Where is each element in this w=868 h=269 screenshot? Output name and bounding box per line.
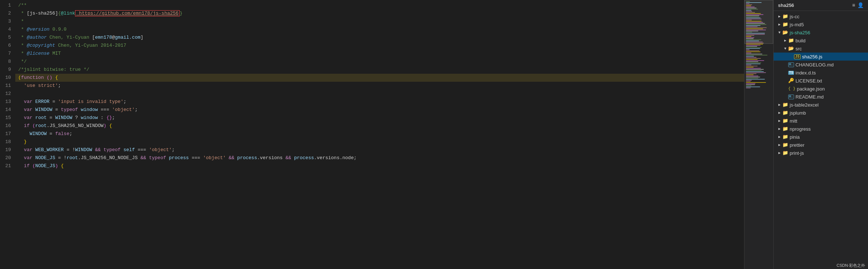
code-token: Chen, Yi-Cyuan 2014-2017 (55, 43, 126, 48)
minimap-line (746, 60, 764, 61)
tree-item-js-md5[interactable]: ▶📁js-md5 (774, 20, 868, 28)
code-line[interactable]: var NODE_JS = !root.JS_SHA256_NO_NODE_JS… (15, 154, 744, 162)
code-token: window (81, 107, 98, 112)
minimap-line (746, 82, 766, 83)
code-token: 'object' (149, 147, 172, 153)
tree-item-CHANGELOG.md[interactable]: M↓CHANGELOG.md (774, 61, 868, 69)
minimap-line (746, 37, 754, 38)
tree-item-js-sha256[interactable]: ▼📂js-sha256 (774, 28, 868, 36)
code-token (234, 155, 237, 161)
code-line[interactable]: WINDOW = false; (15, 130, 744, 138)
tree-item-nprogress[interactable]: ▶📁nprogress (774, 125, 868, 133)
code-token: var (24, 107, 32, 112)
tree-item-sha256.js[interactable]: JSsha256.js (774, 53, 868, 61)
code-token: 'use strict' (24, 83, 58, 88)
code-line[interactable]: /*jslint bitwise: true */ (15, 66, 744, 74)
tree-item-pinia[interactable]: ▶📁pinia (774, 133, 868, 141)
code-line[interactable]: */ (15, 58, 744, 66)
line-number: 20 (3, 154, 11, 162)
code-token: = ! (55, 155, 66, 161)
tree-item-js-table2excel[interactable]: ▶📁js-table2excel (774, 101, 868, 109)
code-token: @version (27, 27, 49, 32)
minimap-line (746, 44, 763, 45)
line-number: 6 (3, 42, 11, 50)
minimap-line (746, 39, 761, 40)
code-token: .versions (257, 155, 285, 161)
account-icon[interactable]: 👤 (857, 2, 864, 8)
code-token (18, 147, 24, 153)
minimap-line (746, 46, 757, 47)
code-line[interactable]: 'use strict'; (15, 82, 744, 90)
minimap-line (746, 87, 760, 87)
tree-item-mitt[interactable]: ▶📁mitt (774, 117, 868, 125)
code-token (44, 75, 47, 80)
code-line[interactable]: var WINDOW = typeof window === 'object'; (15, 106, 744, 114)
code-token (18, 155, 24, 161)
minimap-line (746, 3, 750, 4)
code-line[interactable]: var WEB_WORKER = !WINDOW && typeof self … (15, 146, 744, 154)
tree-item-package.json[interactable]: { }package.json (774, 85, 868, 93)
code-line[interactable]: /** (15, 1, 744, 9)
code-line[interactable] (15, 90, 744, 98)
code-token: : (98, 115, 106, 120)
minimap-line (746, 78, 758, 78)
menu-icon[interactable]: ≡ (852, 3, 855, 8)
minimap-line (746, 26, 758, 27)
code-token (32, 155, 35, 161)
code-line[interactable]: if (NODE_JS) { (15, 162, 744, 170)
minimap-line (746, 76, 758, 76)
tree-arrow: ▶ (777, 14, 782, 19)
minimap-line (746, 74, 754, 75)
minimap-line (746, 66, 758, 66)
minimap-line (746, 81, 751, 82)
tree-item-src[interactable]: ▼📂src (774, 45, 868, 53)
code-token: /** (18, 3, 27, 8)
code-line[interactable]: * @copyright Chen, Yi-Cyuan 2014-2017 (15, 42, 744, 50)
code-container: 123456789101112131415161718192021 /** * … (0, 0, 744, 269)
minimap-line (746, 28, 763, 29)
tree-label-src: src (795, 46, 802, 51)
code-token: @author (27, 35, 47, 40)
tree-item-build[interactable]: ▶📁build (774, 36, 868, 45)
code-line[interactable]: var ERROR = 'input is invalid type'; (15, 98, 744, 106)
code-line[interactable]: (function () { (15, 74, 744, 82)
code-line[interactable]: var root = WINDOW ? window : {}; (15, 114, 744, 122)
minimap-line (746, 14, 763, 15)
tree-item-jsplumb[interactable]: ▶📁jsplumb (774, 109, 868, 117)
code-token: ( (32, 163, 35, 169)
minimap-line (746, 13, 761, 14)
code-line[interactable]: if (root.JS_SHA256_NO_WINDOW) { (15, 122, 744, 130)
tree-item-README.md[interactable]: M↓README.md (774, 93, 868, 101)
sidebar-actions: ≡ 👤 (852, 2, 864, 8)
code-line[interactable]: * @version 0.9.0 (15, 26, 744, 34)
code-token: 0.9.0 (50, 27, 67, 32)
minimap[interactable] (744, 0, 773, 269)
tree-arrow: ▶ (777, 22, 782, 27)
tree-label-LICENSE.txt: LICENSE.txt (795, 78, 822, 84)
code-token (18, 99, 24, 104)
tree-item-print-js[interactable]: ▶📁print-js (774, 149, 868, 157)
line-numbers: 123456789101112131415161718192021 (0, 0, 15, 269)
code-line[interactable]: * [js-sha256]{@link https://github.com/e… (15, 9, 744, 18)
code-line[interactable]: * @author Chen, Yi-Cyuan [emn178@gmail.c… (15, 34, 744, 42)
code-token: typeof (61, 107, 78, 112)
code-token: process (237, 155, 257, 161)
minimap-line (746, 35, 754, 36)
code-token: * (18, 19, 24, 24)
tree-item-index.d.ts[interactable]: TSindex.d.ts (774, 69, 868, 77)
code-token (30, 163, 32, 169)
code-line[interactable]: * @license MIT (15, 50, 744, 58)
tree-item-LICENSE.txt[interactable]: 🔑LICENSE.txt (774, 77, 868, 85)
code-line[interactable]: * (15, 18, 744, 26)
tree-item-prettier[interactable]: ▶📁prettier (774, 141, 868, 149)
tree-item-js-cc[interactable]: ▶📁js-cc (774, 12, 868, 20)
code-token: [ (92, 35, 95, 40)
tree-file-icon-js-table2excel: 📁 (782, 102, 788, 108)
code-line[interactable]: } (15, 138, 744, 146)
minimap-line (746, 20, 752, 20)
minimap-line (746, 30, 766, 30)
code-content[interactable]: /** * [js-sha256]{@link https://github.c… (15, 0, 744, 269)
file-tree[interactable]: ▶📁js-cc▶📁js-md5▼📂js-sha256▶📁build▼📂srcJS… (774, 11, 868, 269)
tree-file-icon-prettier: 📁 (782, 142, 788, 148)
minimap-line (746, 48, 760, 49)
